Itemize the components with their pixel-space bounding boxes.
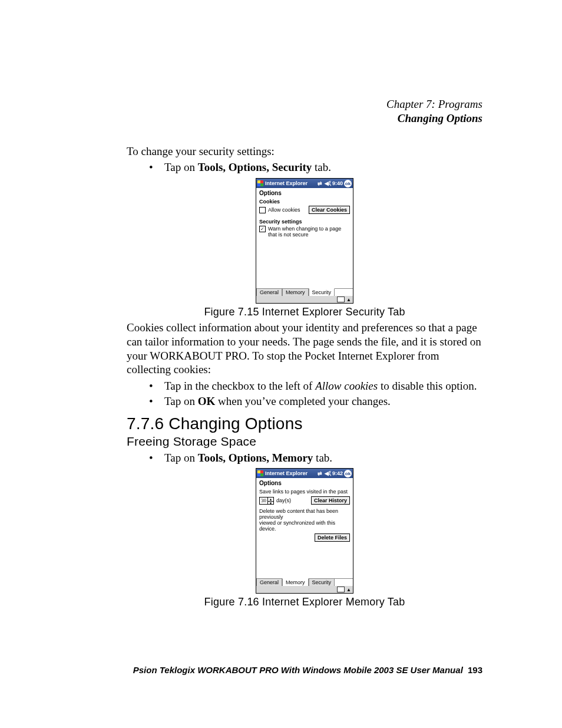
allow-cookies-label: Allow cookies xyxy=(268,207,300,213)
allow-cookies-checkbox[interactable] xyxy=(259,207,266,213)
start-flag-icon[interactable] xyxy=(257,180,263,186)
ok-button[interactable]: ok xyxy=(344,470,352,477)
delete-files-button[interactable]: Delete Files xyxy=(315,533,350,542)
clock-time: 9:42 xyxy=(332,470,343,476)
warn-insecure-label: Warn when changing to a page that is not… xyxy=(268,226,341,238)
figure-caption-7-16: Figure 7.16 Internet Explorer Memory Tab xyxy=(127,596,482,608)
cookies-paragraph: Cookies collect information about your i… xyxy=(127,321,482,377)
screenshot-security-tab: Internet Explorer ⇄ ◀ξ 9:40 ok Options C… xyxy=(256,178,353,304)
cookies-heading: Cookies xyxy=(259,199,350,205)
speaker-icon[interactable]: ◀ξ xyxy=(325,180,331,186)
tab-general[interactable]: General xyxy=(256,579,282,586)
figure-caption-7-15: Figure 7.15 Internet Explorer Security T… xyxy=(127,306,482,318)
sip-arrow-icon[interactable]: ▲ xyxy=(346,587,351,592)
delete-content-label: Delete web content that has been previou… xyxy=(259,508,350,532)
tab-security[interactable]: Security xyxy=(309,579,335,586)
heading-freeing-storage: Freeing Storage Space xyxy=(127,434,482,449)
bullet-memory-tab: Tap on Tools, Options, Memory tab. xyxy=(164,451,482,465)
history-days-spinner[interactable]: 30 ▲▼ xyxy=(259,497,274,505)
tab-memory[interactable]: Memory xyxy=(282,578,309,586)
titlebar: Internet Explorer ⇄ ◀ξ 9:40 ok xyxy=(256,179,353,188)
heading-changing-options: 7.7.6 Changing Options xyxy=(127,414,482,433)
sip-bar: ▲ xyxy=(256,296,353,303)
intro-text: To change your security settings: xyxy=(127,144,482,159)
app-title: Internet Explorer xyxy=(265,470,308,476)
connectivity-icon[interactable]: ⇄ xyxy=(318,470,322,476)
ok-button[interactable]: ok xyxy=(344,180,352,187)
history-days-value[interactable]: 30 xyxy=(260,498,267,504)
screenshot-memory-tab: Internet Explorer ⇄ ◀ξ 9:42 ok Options S… xyxy=(256,468,353,594)
days-label: day(s) xyxy=(276,498,291,503)
footer-book-title: Psion Teklogix WORKABOUT PRO With Window… xyxy=(133,665,463,675)
keyboard-icon[interactable] xyxy=(337,587,345,592)
clock-time: 9:40 xyxy=(332,180,343,186)
tab-strip: General Memory Security xyxy=(256,288,353,296)
app-title: Internet Explorer xyxy=(265,180,308,186)
tab-general[interactable]: General xyxy=(256,289,282,296)
sip-arrow-icon[interactable]: ▲ xyxy=(346,297,351,302)
bullet-security-tab: Tap on Tools, Options, Security tab. xyxy=(164,160,482,174)
tab-memory[interactable]: Memory xyxy=(282,289,309,296)
clear-cookies-button[interactable]: Clear Cookies xyxy=(309,206,350,214)
save-links-label: Save links to pages visited in the past xyxy=(259,489,350,495)
chapter-line: Chapter 7: Programs xyxy=(127,97,482,111)
chapter-header: Chapter 7: Programs Changing Options xyxy=(127,97,482,126)
sip-bar: ▲ xyxy=(256,586,353,593)
security-settings-heading: Security settings xyxy=(259,219,350,225)
section-line: Changing Options xyxy=(127,111,482,126)
bullet-tap-ok: Tap on OK when you’ve completed your cha… xyxy=(164,394,482,409)
start-flag-icon[interactable] xyxy=(257,470,263,476)
clear-history-button[interactable]: Clear History xyxy=(311,496,350,505)
spin-up-icon[interactable]: ▲ xyxy=(268,498,273,502)
tab-strip: General Memory Security xyxy=(256,578,353,586)
bullet-disable-cookies: Tap in the checkbox to the left of Allow… xyxy=(164,379,482,393)
tab-security[interactable]: Security xyxy=(309,288,335,296)
spin-down-icon[interactable]: ▼ xyxy=(268,502,273,505)
footer-page-number: 193 xyxy=(468,665,482,675)
speaker-icon[interactable]: ◀ξ xyxy=(325,470,331,476)
options-heading: Options xyxy=(259,480,350,486)
page-footer: Psion Teklogix WORKABOUT PRO With Window… xyxy=(127,665,482,675)
connectivity-icon[interactable]: ⇄ xyxy=(318,180,322,186)
warn-insecure-checkbox[interactable]: ✓ xyxy=(259,226,266,232)
options-heading: Options xyxy=(259,190,350,196)
titlebar: Internet Explorer ⇄ ◀ξ 9:42 ok xyxy=(256,469,353,478)
keyboard-icon[interactable] xyxy=(337,297,345,302)
